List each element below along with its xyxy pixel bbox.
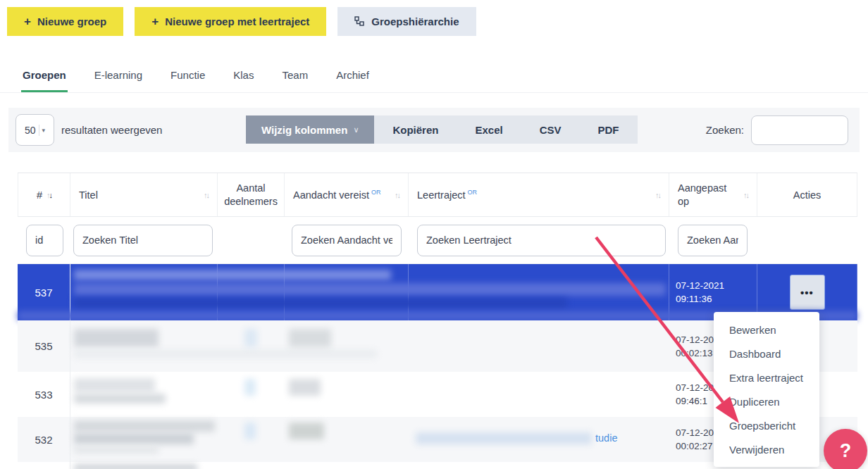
group-hierarchy-label: Groepshiërarchie: [371, 15, 459, 27]
row-id: 533: [18, 372, 70, 417]
tab-bar: Groepen E-learning Functie Klas Team Arc…: [0, 63, 868, 93]
top-actions-bar: + Nieuwe groep + Nieuwe groep met leertr…: [7, 7, 476, 36]
hierarchy-icon: [354, 16, 365, 27]
group-hierarchy-button[interactable]: Groepshiërarchie: [337, 7, 476, 36]
menu-item-bewerken[interactable]: Bewerken: [714, 318, 819, 342]
filter-leertraject-input[interactable]: [417, 225, 666, 256]
column-header-leertraject[interactable]: LeertrajectOR ↑↓: [409, 173, 669, 216]
help-button[interactable]: ?: [824, 429, 867, 469]
page-size-value: 50: [25, 125, 36, 136]
filter-aangepast-input[interactable]: [678, 225, 748, 256]
sort-icon: ↑↓: [655, 191, 660, 199]
change-columns-button[interactable]: Wijzig kolommen ∨: [246, 115, 374, 144]
pdf-button[interactable]: PDF: [580, 115, 638, 144]
menu-item-extra-leertraject[interactable]: Extra leertraject: [714, 365, 819, 389]
column-header-aantal-deelnemers[interactable]: Aantal deelnemers: [218, 173, 285, 216]
excel-button[interactable]: Excel: [457, 115, 521, 144]
sort-icon: ↑↓: [204, 191, 209, 199]
sort-icon: ↑↓: [395, 191, 399, 199]
tab-e-learning[interactable]: E-learning: [93, 63, 144, 92]
row-actions-button[interactable]: •••: [790, 275, 825, 310]
column-header-aandacht-vereist[interactable]: Aandacht vereistOR ↑↓: [285, 173, 409, 216]
column-header-aangepast-op[interactable]: Aangepast op ↑↓: [669, 173, 757, 216]
copy-button[interactable]: Kopiëren: [374, 115, 457, 144]
or-badge: OR: [371, 189, 381, 196]
question-mark-icon: ?: [840, 440, 852, 462]
change-columns-label: Wijzig kolommen: [261, 124, 347, 136]
column-header-aantal-label: Aantal deelnemers: [224, 182, 278, 208]
tab-archief[interactable]: Archief: [335, 63, 371, 92]
divider: [39, 125, 39, 136]
column-header-id-label: #: [37, 189, 42, 201]
menu-item-dashboard[interactable]: Dashboard: [714, 342, 819, 365]
page-size-select[interactable]: 50 ▾: [16, 114, 54, 146]
sort-icon: ↑↓: [743, 191, 748, 199]
column-header-aandacht-label: Aandacht vereistOR: [293, 189, 381, 201]
groups-admin-page: + Nieuwe groep + Nieuwe groep met leertr…: [0, 0, 868, 469]
search-label: Zoeken:: [706, 124, 744, 136]
row-actions-menu: Bewerken Dashboard Extra leertraject Dup…: [714, 312, 819, 467]
table-filter-row: [18, 217, 857, 264]
tab-functie[interactable]: Functie: [169, 63, 206, 92]
menu-item-groepsbericht[interactable]: Groepsbericht: [714, 413, 819, 437]
chevron-down-icon: ∨: [353, 125, 359, 135]
plus-icon: +: [151, 15, 159, 29]
column-header-acties: Acties: [757, 173, 857, 216]
column-header-aangepast-label: Aangepast op: [678, 182, 721, 208]
filter-aandacht-input[interactable]: [292, 225, 402, 256]
new-group-label: Nieuwe groep: [37, 15, 106, 27]
chevron-down-icon: ▾: [42, 127, 46, 134]
column-header-acties-label: Acties: [793, 189, 822, 201]
tab-team[interactable]: Team: [280, 63, 309, 92]
or-badge: OR: [468, 189, 478, 196]
column-header-titel[interactable]: Titel ↑↓: [70, 173, 218, 216]
menu-item-dupliceren[interactable]: Dupliceren: [714, 389, 819, 413]
leertraject-link[interactable]: tudie: [595, 432, 617, 444]
row-id: 535: [18, 320, 70, 372]
tab-groepen[interactable]: Groepen: [21, 63, 68, 92]
new-group-with-track-label: Nieuwe groep met leertraject: [165, 15, 309, 27]
new-group-with-track-button[interactable]: + Nieuwe groep met leertraject: [135, 7, 326, 36]
table-header-row: # ↑↓ Titel ↑↓ Aantal deelnemers Aandacht…: [18, 173, 857, 217]
tab-klas[interactable]: Klas: [232, 63, 255, 92]
column-header-id[interactable]: # ↑↓: [18, 173, 70, 216]
sort-icon: ↑↓: [46, 191, 51, 199]
row-id: 532: [18, 417, 70, 462]
menu-item-verwijderen[interactable]: Verwijderen: [714, 437, 819, 461]
table-toolbar: 50 ▾ resultaten weergeven Wijzig kolomme…: [8, 108, 860, 152]
csv-button[interactable]: CSV: [521, 115, 580, 144]
column-header-leertraject-label: LeertrajectOR: [417, 189, 477, 201]
new-group-button[interactable]: + Nieuwe groep: [7, 7, 123, 36]
results-label: resultaten weergeven: [61, 124, 162, 136]
filter-id-input[interactable]: [26, 225, 63, 256]
plus-icon: +: [24, 15, 31, 29]
filter-titel-input[interactable]: [73, 225, 213, 256]
export-button-group: Wijzig kolommen ∨ Kopiëren Excel CSV PDF: [246, 115, 638, 144]
row-id: 537: [18, 264, 70, 320]
global-search-input[interactable]: [751, 115, 848, 145]
column-header-titel-label: Titel: [79, 189, 98, 201]
